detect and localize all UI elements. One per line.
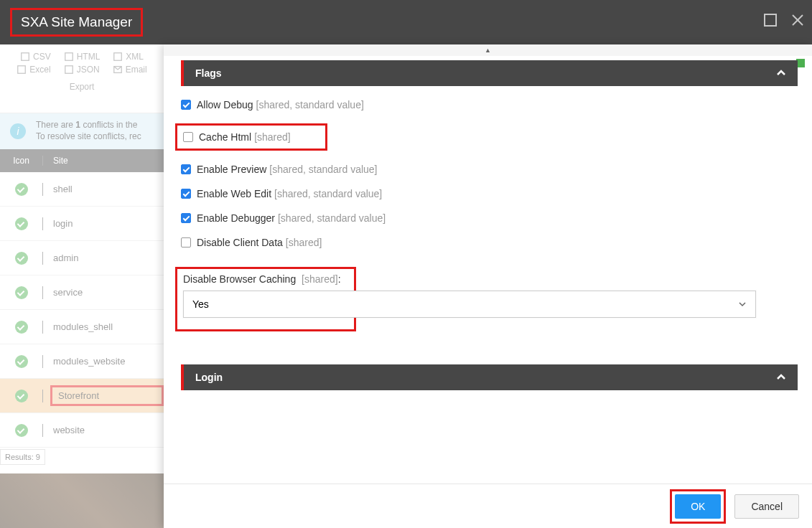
checkbox-allow-debug[interactable]	[181, 100, 191, 110]
field-disable-client-data: Disable Client Data [shared]	[181, 224, 798, 248]
close-icon[interactable]	[790, 13, 805, 27]
section-title: Flags	[195, 67, 222, 79]
export-xml-button[interactable]: XML	[113, 52, 144, 62]
section-header-login[interactable]: Login	[181, 364, 798, 390]
field-cache-html: Cache Html [shared]	[181, 110, 798, 151]
mail-icon	[113, 65, 123, 75]
status-ok-icon	[15, 390, 28, 402]
svg-rect-5	[114, 53, 122, 61]
field-hint: [shared]	[254, 131, 291, 143]
chevron-up-icon	[776, 372, 786, 382]
disable-browser-caching-select[interactable]: Yes	[183, 291, 756, 318]
export-json-label: JSON	[77, 65, 100, 75]
field-label: Enable Debugger	[197, 212, 275, 224]
export-html-button[interactable]: HTML	[64, 52, 101, 62]
svg-rect-6	[18, 66, 26, 74]
site-row[interactable]: admin	[0, 241, 164, 275]
chevron-up-icon	[776, 68, 786, 78]
site-name: modules_shell	[43, 321, 164, 332]
properties-modal: ▲ Flags Allow Debug [shared, standard va…	[164, 44, 812, 528]
site-row[interactable]: service	[0, 275, 164, 310]
file-icon	[64, 52, 74, 62]
ok-button-highlight: OK	[670, 489, 726, 524]
export-email-label: Email	[126, 65, 147, 75]
export-excel-label: Excel	[29, 65, 50, 75]
export-html-label: HTML	[77, 52, 101, 62]
select-value: Yes	[192, 298, 209, 310]
checkbox-cache-html[interactable]	[183, 132, 193, 142]
field-enable-preview: Enable Preview [shared, standard value]	[181, 151, 798, 175]
field-hint: [shared]	[302, 273, 338, 285]
site-row[interactable]: modules_website	[0, 344, 164, 379]
checkbox-enable-preview[interactable]	[181, 164, 191, 174]
site-name: shell	[43, 184, 164, 194]
status-ok-icon	[15, 252, 28, 265]
checkbox-enable-web-edit[interactable]	[181, 189, 191, 199]
conflict-banner: i There are 1 conflicts in the To resolv…	[0, 113, 164, 149]
site-name: website	[43, 425, 164, 435]
status-ok-icon	[15, 355, 28, 368]
scroll-up-indicator[interactable]: ▲	[164, 44, 812, 56]
cache-html-highlight: Cache Html [shared]	[175, 123, 327, 151]
export-email-button[interactable]: Email	[113, 65, 147, 75]
col-header-site: Site	[43, 156, 164, 166]
site-row[interactable]: website	[0, 413, 164, 448]
field-allow-debug: Allow Debug [shared, standard value]	[181, 86, 798, 110]
site-row[interactable]: login	[0, 207, 164, 241]
field-hint: [shared, standard value]	[274, 188, 382, 199]
status-ok-icon	[15, 217, 28, 230]
field-label: Cache Html	[199, 131, 251, 143]
site-name-highlight: Storefront	[50, 385, 164, 406]
export-excel-button[interactable]: Excel	[17, 65, 50, 75]
field-hint: [shared, standard value]	[269, 164, 377, 175]
svg-rect-4	[65, 53, 73, 61]
svg-rect-3	[22, 53, 29, 61]
export-xml-label: XML	[126, 52, 144, 62]
file-icon	[20, 52, 30, 62]
field-hint: [shared, standard value]	[278, 212, 386, 224]
field-label: Enable Web Edit	[197, 188, 271, 199]
status-ok-icon	[15, 321, 28, 334]
site-name: modules_website	[43, 356, 164, 367]
section-header-flags[interactable]: Flags	[181, 60, 798, 86]
export-json-button[interactable]: JSON	[64, 65, 100, 75]
site-name: admin	[43, 253, 164, 263]
checkbox-disable-client-data[interactable]	[181, 237, 191, 248]
status-ok-icon	[15, 424, 28, 437]
site-row-selected[interactable]: Storefront	[0, 379, 164, 413]
export-toolbar: CSV HTML XML Excel JSON Email Export	[0, 44, 164, 113]
info-icon: i	[10, 123, 26, 139]
app-title: SXA Site Manager	[21, 14, 132, 30]
file-icon	[113, 52, 123, 62]
chevron-down-icon	[738, 300, 747, 308]
background-texture	[0, 473, 164, 528]
site-name: login	[43, 218, 164, 229]
status-ok-icon	[15, 286, 28, 299]
status-ok-icon	[15, 183, 28, 196]
disable-browser-caching-highlight: Disable Browser Caching [shared]: Yes	[175, 267, 356, 331]
conflict-text: There are 1 conflicts in the To resolve …	[36, 120, 141, 142]
field-label: Allow Debug	[197, 99, 253, 110]
col-header-icon: Icon	[0, 156, 43, 166]
export-csv-button[interactable]: CSV	[20, 52, 51, 62]
file-icon	[64, 65, 74, 75]
left-panel: CSV HTML XML Excel JSON Email Export i T…	[0, 44, 164, 528]
site-name: service	[43, 287, 164, 298]
field-enable-web-edit: Enable Web Edit [shared, standard value]	[181, 175, 798, 199]
maximize-icon[interactable]	[763, 13, 778, 27]
field-disable-browser-caching: Disable Browser Caching [shared]: Yes	[181, 267, 798, 331]
cancel-button[interactable]: Cancel	[734, 494, 799, 519]
export-section-label: Export	[70, 82, 95, 92]
field-enable-debugger: Enable Debugger [shared, standard value]	[181, 199, 798, 224]
svg-rect-7	[65, 66, 73, 74]
checkbox-enable-debugger[interactable]	[181, 213, 191, 223]
site-row[interactable]: shell	[0, 172, 164, 207]
export-csv-label: CSV	[33, 52, 51, 62]
ok-button[interactable]: OK	[675, 494, 721, 519]
app-title-highlight: SXA Site Manager	[10, 8, 143, 37]
file-icon	[17, 65, 27, 75]
site-row[interactable]: modules_shell	[0, 310, 164, 344]
field-label: Disable Client Data	[197, 237, 283, 248]
modal-body[interactable]: Flags Allow Debug [shared, standard valu…	[164, 56, 812, 484]
site-grid-header: Icon Site	[0, 149, 164, 172]
